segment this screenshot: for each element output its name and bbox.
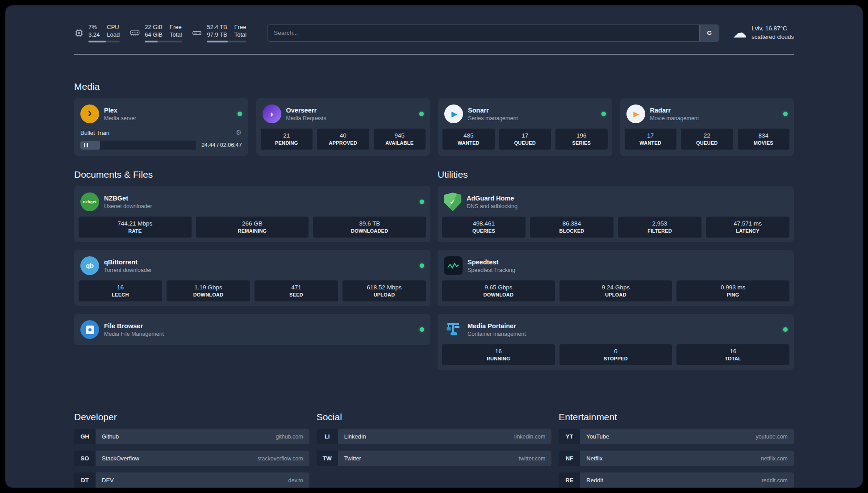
- status-dot: [783, 112, 788, 116]
- service-card-sonarr[interactable]: ▶ Sonarr Series management 485WANTED 17Q…: [438, 98, 612, 156]
- section-documents: Documents & Files nzbget NZBGet Usenet d…: [74, 169, 430, 353]
- filebrowser-icon: [80, 320, 99, 339]
- weather-widget: ☁ Lviv, 16.87°C scattered clouds: [733, 24, 794, 41]
- bookmark-twitter[interactable]: TW Twittertwitter.com: [317, 451, 552, 466]
- header-divider: [74, 54, 794, 54]
- bookmark-youtube[interactable]: YT YouTubeyoutube.com: [559, 429, 794, 444]
- stat-stopped: 0STOPPED: [559, 344, 672, 365]
- service-name: Media Portainer: [467, 322, 526, 330]
- service-name: Sonarr: [468, 106, 518, 115]
- cpu-icon: [74, 28, 84, 38]
- pause-icon[interactable]: [84, 143, 88, 147]
- search-input[interactable]: [267, 25, 699, 41]
- stat-ping: 0.993 msPING: [676, 280, 789, 301]
- service-subtitle: Media server: [104, 115, 136, 122]
- bookmark-stackoverflow[interactable]: SO StackOverflowstackoverflow.com: [74, 451, 309, 466]
- service-name: Speedtest: [467, 258, 515, 267]
- stat-download: 1.19 GbpsDOWNLOAD: [167, 280, 250, 301]
- adguard-icon: ✓: [444, 192, 462, 211]
- bookmark-name: Github: [102, 433, 119, 440]
- service-name: qBittorrent: [104, 258, 152, 267]
- stat-filtered: 2,953FILTERED: [618, 217, 701, 238]
- disk-total-label: Total: [234, 31, 246, 38]
- section-title-social: Social: [317, 412, 552, 422]
- bookmark-name: Reddit: [586, 477, 603, 484]
- service-card-filebrowser[interactable]: File Browser Media File Management: [74, 314, 430, 345]
- service-subtitle: Speedtest Tracking: [467, 267, 515, 274]
- service-card-plex[interactable]: › Plex Media server Bullet Train ⚙: [74, 98, 248, 156]
- bookmark-github[interactable]: GH Githubgithub.com: [74, 429, 309, 444]
- top-bar: 7% 3.24 CPU Load: [74, 23, 794, 42]
- dashboard-window: 7% 3.24 CPU Load: [5, 5, 863, 488]
- overseerr-icon: ◗: [263, 104, 281, 123]
- disk-progress-bar: [207, 41, 246, 42]
- radarr-icon: ▶: [626, 104, 645, 123]
- stat-queued: 17QUEUED: [499, 129, 551, 150]
- playback-progress-bar[interactable]: [80, 141, 196, 150]
- sonarr-icon: ▶: [444, 104, 463, 123]
- service-subtitle: Series management: [468, 115, 518, 122]
- service-card-speedtest[interactable]: Speedtest Speedtest Tracking 9.65 GbpsDO…: [438, 250, 794, 306]
- memory-free-value: 22 GiB: [145, 23, 163, 31]
- bookmark-group-developer: Developer GH Githubgithub.com SO StackOv…: [74, 412, 309, 488]
- status-dot: [238, 112, 242, 116]
- gear-icon[interactable]: ⚙: [236, 129, 242, 137]
- stat-pending: 21PENDING: [261, 129, 313, 150]
- memory-total-value: 64 GiB: [145, 31, 163, 38]
- search-bar: G: [267, 25, 719, 42]
- cpu-widget: 7% 3.24 CPU Load: [74, 23, 120, 42]
- stat-queries: 498,461QUERIES: [442, 217, 526, 238]
- service-card-qbittorrent[interactable]: qb qBittorrent Torrent downloader 16LEEC…: [74, 250, 430, 306]
- bookmark-reddit[interactable]: RE Redditreddit.com: [559, 472, 794, 488]
- bookmark-url: dev.to: [288, 477, 303, 484]
- stat-blocked: 86,384BLOCKED: [530, 217, 613, 238]
- bookmark-abbr: DT: [74, 472, 96, 488]
- stat-movies: 834MOVIES: [738, 129, 790, 150]
- status-dot: [419, 112, 424, 116]
- plex-icon: ›: [80, 104, 99, 123]
- stat-total: 16TOTAL: [676, 344, 789, 365]
- status-dot: [420, 263, 424, 268]
- bookmark-netflix[interactable]: NF Netflixnetflix.com: [559, 451, 794, 466]
- service-card-radarr[interactable]: ▶ Radarr Movie management 17WANTED 22QUE…: [620, 98, 794, 156]
- bookmark-name: StackOverflow: [102, 455, 139, 462]
- stat-available: 945AVAILABLE: [374, 129, 426, 150]
- service-card-adguard[interactable]: ✓ AdGuard Home DNS and adblocking 498,46…: [438, 186, 794, 242]
- service-subtitle: Media File Management: [104, 330, 164, 338]
- cpu-load-label: Load: [107, 31, 120, 38]
- bookmark-url: stackoverflow.com: [258, 455, 303, 462]
- bookmark-name: Twitter: [344, 455, 361, 462]
- service-card-overseerr[interactable]: ◗ Overseerr Media Requests 21PENDING 40A…: [256, 98, 430, 156]
- bookmark-abbr: RE: [559, 472, 580, 488]
- bookmark-name: DEV: [102, 477, 114, 484]
- section-title-entertainment: Entertainment: [559, 412, 794, 422]
- service-name: NZBGet: [104, 194, 152, 203]
- service-card-portainer[interactable]: Media Portainer Container management 16R…: [438, 314, 794, 370]
- weather-condition: scattered clouds: [751, 33, 794, 42]
- service-card-nzbget[interactable]: nzbget NZBGet Usenet downloader 744.21 M…: [74, 186, 430, 242]
- stat-seed: 471SEED: [255, 280, 338, 301]
- service-subtitle: Container management: [467, 330, 526, 338]
- bookmark-url: netflix.com: [761, 455, 788, 462]
- cpu-percent: 7%: [88, 23, 100, 31]
- status-dot: [420, 327, 424, 332]
- qbittorrent-icon: qb: [80, 256, 99, 275]
- bookmark-linkedin[interactable]: LI LinkedInlinkedin.com: [317, 429, 552, 444]
- bookmark-abbr: LI: [317, 429, 338, 444]
- bookmark-url: reddit.com: [762, 477, 788, 484]
- disk-free-value: 52.4 TB: [207, 23, 227, 31]
- portainer-icon: [444, 320, 463, 339]
- bookmark-abbr: YT: [559, 429, 580, 444]
- cpu-progress-bar: [88, 41, 120, 42]
- bookmark-abbr: GH: [74, 429, 96, 444]
- stat-running: 16RUNNING: [442, 344, 555, 365]
- stat-upload: 618.52 MbpsUPLOAD: [342, 280, 426, 301]
- now-playing-title: Bullet Train: [80, 130, 109, 136]
- cpu-load-value: 3.24: [88, 31, 100, 38]
- stat-series: 196SERIES: [555, 129, 608, 150]
- bookmark-group-entertainment: Entertainment YT YouTubeyoutube.com NF N…: [559, 412, 794, 488]
- plex-now-playing: Bullet Train ⚙ 24:44 / 02:06:47: [79, 129, 244, 151]
- bookmark-dev[interactable]: DT DEVdev.to: [74, 472, 309, 488]
- section-title-media: Media: [74, 81, 794, 92]
- search-provider-button[interactable]: G: [699, 25, 719, 41]
